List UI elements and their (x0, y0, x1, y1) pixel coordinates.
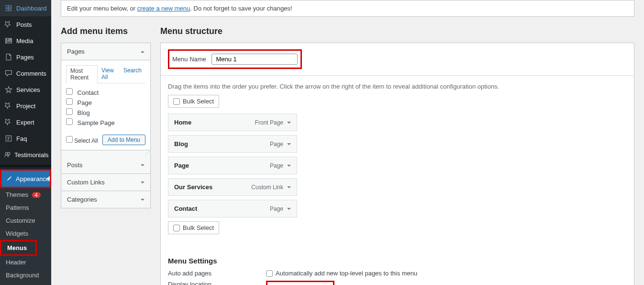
sidebar-sub-themes[interactable]: Themes 4 (0, 188, 51, 201)
page-option-contact[interactable]: Contact (66, 87, 145, 97)
menu-settings-title: Menu Settings (168, 257, 627, 265)
sidebar-label: Faq (16, 135, 27, 142)
page-option-page[interactable]: Page (66, 97, 145, 107)
auto-add-checkbox[interactable] (266, 270, 273, 277)
bulk-label: Bulk Select (183, 98, 214, 105)
bulk-label: Bulk Select (183, 224, 214, 231)
sidebar-separator (0, 165, 51, 167)
menu-item-our-services[interactable]: Our ServicesCustom Link (168, 178, 297, 196)
menu-item-home[interactable]: HomeFront Page (168, 114, 297, 131)
chevron-down-icon[interactable] (287, 165, 291, 169)
pin-icon (4, 117, 13, 127)
bulk-checkbox[interactable] (173, 225, 180, 231)
sidebar-sub-menus[interactable]: Menus (0, 240, 37, 256)
sidebar-item-comments[interactable]: Comments (0, 65, 51, 81)
menu-item-type: Page (270, 141, 291, 148)
menu-item-label: Home (174, 119, 191, 126)
pin-icon (4, 101, 13, 111)
menu-name-input[interactable] (211, 54, 298, 65)
page-option-blog[interactable]: Blog (66, 107, 145, 117)
svg-point-0 (5, 152, 8, 155)
brush-icon (5, 174, 13, 183)
accordion-custom-links[interactable]: Custom Links (61, 174, 150, 191)
page-checkbox[interactable] (66, 98, 73, 105)
sidebar-item-media[interactable]: Media (0, 33, 51, 49)
sidebar-label: Comments (16, 70, 46, 77)
sidebar-item-appearance[interactable]: Appearance (0, 169, 51, 188)
accordion-pages[interactable]: Pages (61, 43, 150, 60)
sidebar-item-posts[interactable]: Posts (0, 16, 51, 33)
sidebar-item-faq[interactable]: Faq (0, 130, 51, 147)
sidebar-item-pages[interactable]: Pages (0, 49, 51, 65)
menu-item-blog[interactable]: BlogPage (168, 135, 297, 153)
create-menu-link[interactable]: create a new menu (137, 5, 190, 12)
chevron-up-icon (141, 49, 144, 53)
page-checkbox[interactable] (66, 88, 73, 95)
menu-item-page[interactable]: PagePage (168, 157, 297, 174)
sidebar-sub-widgets[interactable]: Widgets (0, 227, 51, 240)
sidebar-sub-customize[interactable]: Customize (0, 214, 51, 227)
svg-point-1 (8, 152, 10, 155)
bulk-checkbox[interactable] (173, 98, 180, 105)
chevron-down-icon[interactable] (287, 143, 291, 147)
accordion-categories[interactable]: Categories (61, 191, 150, 208)
edit-notice: Edit your menu below, or create a new me… (61, 0, 634, 17)
page-checkbox[interactable] (66, 108, 73, 115)
tab-search[interactable]: Search (120, 65, 145, 83)
menu-item-type: Custom Link (251, 184, 291, 191)
menu-item-type: Front Page (255, 119, 291, 126)
sidebar-item-project[interactable]: Project (0, 98, 51, 114)
comments-icon (4, 68, 13, 78)
resize-handle[interactable]: ⋰ (61, 150, 150, 157)
count-badge: 4 (32, 192, 41, 198)
add-to-menu-button[interactable]: Add to Menu (102, 135, 145, 145)
auto-add-option[interactable]: Automatically add new top-level pages to… (266, 270, 417, 277)
add-items-title: Add menu items (61, 26, 151, 36)
chevron-down-icon (141, 164, 144, 168)
dashboard-icon (4, 3, 13, 13)
sidebar-label: Testimonials (14, 151, 49, 159)
select-all-label[interactable]: Select All (66, 136, 98, 144)
users-icon (4, 150, 11, 160)
select-all-text: Select All (74, 137, 98, 144)
chevron-down-icon[interactable] (287, 122, 291, 125)
pages-icon (4, 52, 13, 62)
bulk-select-bottom[interactable]: Bulk Select (168, 221, 219, 234)
sidebar-label: Services (16, 86, 40, 93)
chevron-down-icon (141, 199, 144, 203)
sidebar-sub-get-started[interactable]: Get Started (0, 282, 51, 285)
sidebar-item-dashboard[interactable]: Dashboard (0, 0, 51, 16)
sidebar-label: Project (16, 103, 35, 110)
chevron-down-icon[interactable] (287, 186, 291, 190)
add-items-column: Add menu items Pages Most RecentView All… (61, 26, 151, 285)
sidebar-sub-background[interactable]: Background (0, 269, 51, 282)
select-all-checkbox[interactable] (66, 136, 73, 143)
sidebar-sub-header[interactable]: Header (0, 256, 51, 269)
display-location-label: Display location (168, 281, 266, 285)
accordion-posts[interactable]: Posts (61, 157, 150, 174)
page-option-sample-page[interactable]: Sample Page (66, 117, 145, 127)
menu-item-label: Contact (174, 205, 197, 212)
notice-text: Edit your menu below, or (67, 5, 137, 12)
accordion-label: Categories (67, 196, 97, 203)
tab-most-recent[interactable]: Most Recent (66, 65, 98, 83)
page-checkbox[interactable] (66, 118, 73, 125)
menu-item-label: Page (174, 162, 189, 169)
tab-view-all[interactable]: View All (98, 65, 120, 83)
auto-add-text: Automatically add new top-level pages to… (276, 270, 417, 277)
bulk-select-top[interactable]: Bulk Select (168, 95, 219, 108)
menu-item-contact[interactable]: ContactPage (168, 200, 297, 217)
menu-item-type: Page (270, 162, 291, 169)
sidebar-label: Expert (16, 119, 34, 126)
sidebar-item-testimonials[interactable]: Testimonials (0, 147, 51, 163)
sidebar-item-services[interactable]: Services (0, 81, 51, 98)
sidebar-sub-patterns[interactable]: Patterns (0, 201, 51, 214)
chevron-down-icon[interactable] (287, 208, 291, 212)
menu-item-label: Blog (174, 140, 188, 148)
pin-icon (4, 20, 13, 29)
menu-structure-column: Menu structure Menu Name Drag the items … (160, 26, 634, 285)
main-content: Edit your menu below, or create a new me… (51, 0, 644, 285)
accordion-label: Custom Links (67, 179, 105, 186)
sidebar-item-expert[interactable]: Expert (0, 114, 51, 130)
active-arrow-icon (44, 176, 50, 182)
